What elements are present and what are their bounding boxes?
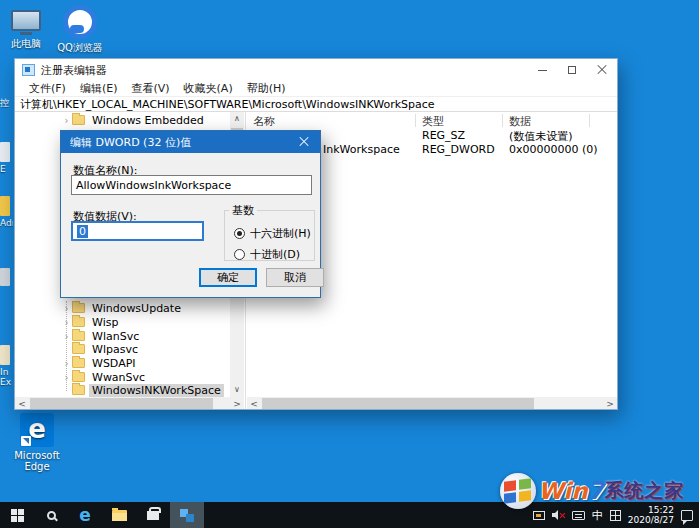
taskbar-store-button[interactable]: [136, 502, 170, 528]
partial-desktop-icon[interactable]: In Ex: [0, 345, 13, 387]
radio-hexadecimal[interactable]: 十六进制(H): [234, 226, 311, 241]
value-type: REG_SZ: [422, 129, 465, 142]
value-data-text: 0: [77, 225, 88, 238]
windows-flag-logo: [500, 473, 536, 509]
scroll-right-icon[interactable]: >: [230, 397, 244, 409]
value-data: 0x00000000 (0): [509, 143, 598, 156]
column-separator[interactable]: [589, 114, 590, 127]
menu-help[interactable]: 帮助(H): [240, 81, 293, 96]
partial-icon: [0, 268, 10, 286]
tray-volume-muted-icon[interactable]: [552, 510, 565, 520]
partial-desktop-icon[interactable]: 控: [0, 98, 13, 108]
tree-item-wisp[interactable]: › Wisp: [61, 315, 121, 329]
address-bar[interactable]: 计算机\HKEY_LOCAL_MACHINE\SOFTWARE\Microsof…: [15, 96, 617, 112]
tree-item-windowsinkworkspace[interactable]: WindowsINKWorkSpace: [61, 383, 224, 397]
partial-desktop-icon[interactable]: [0, 268, 13, 288]
speaker-icon: [552, 513, 555, 517]
value-name: InkWorkspace: [323, 143, 400, 156]
minimize-button[interactable]: [527, 59, 557, 81]
value-data-input[interactable]: 0: [71, 221, 204, 241]
tree-item-label: Wisp: [89, 316, 121, 329]
cancel-button[interactable]: 取消: [266, 268, 324, 287]
dialog-title-bar[interactable]: 编辑 DWORD (32 位)值: [61, 131, 320, 153]
chevron-right-icon[interactable]: ›: [61, 317, 72, 328]
desktop-icon-edge[interactable]: e Microsoft Edge: [6, 413, 68, 472]
column-header-type[interactable]: 类型: [422, 114, 444, 129]
scroll-up-icon[interactable]: ∧: [230, 112, 244, 126]
list-horizontal-scrollbar[interactable]: < >: [247, 397, 617, 409]
folder-icon: [112, 510, 127, 521]
win7-home-watermark: Win 7 系统之家: [500, 471, 684, 511]
column-header-data[interactable]: 数据: [509, 114, 531, 129]
shortcut-arrow-icon: [21, 436, 31, 446]
chevron-right-icon[interactable]: ›: [61, 372, 72, 383]
scrollbar-thumb[interactable]: [30, 398, 213, 409]
tray-display-icon[interactable]: [533, 511, 545, 520]
desktop-icon-this-pc[interactable]: 此电脑: [2, 10, 50, 49]
close-button[interactable]: [587, 59, 617, 81]
search-icon: [47, 511, 56, 520]
scroll-left-icon[interactable]: <: [247, 397, 261, 409]
tree-item-windows-embedded[interactable]: › Windows Embedded: [61, 113, 207, 127]
scroll-left-icon[interactable]: <: [15, 397, 29, 409]
tree-item-wwansvc[interactable]: › WwanSvc: [61, 370, 148, 384]
edge-icon: e: [79, 507, 91, 524]
tray-keyboard-icon[interactable]: [572, 511, 585, 520]
value-name-text: AllowWindowsInkWorkspace: [76, 179, 231, 192]
ok-button[interactable]: 确定: [199, 268, 257, 287]
column-header-name[interactable]: 名称: [253, 114, 275, 129]
menu-edit[interactable]: 编辑(E): [73, 81, 125, 96]
folder-icon: [72, 385, 85, 395]
partial-desktop-icon[interactable]: Adm: [0, 196, 13, 228]
tree-item-label: WSDAPI: [89, 357, 139, 370]
scroll-down-icon[interactable]: ∨: [230, 383, 244, 397]
watermark-win-text: Win: [538, 478, 588, 504]
edge-label: Microsoft Edge: [6, 450, 68, 472]
column-separator[interactable]: [415, 114, 416, 127]
tree-item-wlansvc[interactable]: › WlanSvc: [61, 329, 142, 343]
menu-favorites[interactable]: 收藏夹(A): [177, 81, 240, 96]
title-bar[interactable]: 注册表编辑器: [15, 59, 617, 81]
watermark-site-text: 系统之家: [604, 478, 684, 504]
tree-horizontal-scrollbar[interactable]: < >: [15, 397, 244, 409]
taskbar-edge-button[interactable]: e: [68, 502, 102, 528]
partial-desktop-icon[interactable]: E: [0, 142, 13, 174]
windows-logo-icon: [11, 509, 24, 522]
menu-view[interactable]: 查看(V): [124, 81, 176, 96]
close-icon: [299, 137, 309, 147]
folder-icon: [72, 344, 85, 354]
column-separator[interactable]: [502, 114, 503, 127]
desktop-icon-qq-browser[interactable]: QQ浏览器: [54, 5, 106, 53]
radio-dec-label: 十进制(D): [250, 247, 300, 262]
maximize-button[interactable]: [557, 59, 587, 81]
chevron-right-icon[interactable]: ›: [61, 115, 72, 126]
close-icon: [597, 65, 607, 75]
chevron-right-icon[interactable]: ›: [61, 358, 72, 369]
tree-item-label: WindowsINKWorkSpace: [89, 384, 224, 397]
menu-file[interactable]: 文件(F): [22, 81, 73, 96]
qq-browser-icon: [63, 5, 97, 39]
folder-icon: [72, 303, 85, 313]
start-button[interactable]: [0, 502, 34, 528]
taskbar-search-button[interactable]: [34, 502, 68, 528]
action-center-icon[interactable]: [681, 510, 693, 521]
partial-icon-label: In Ex: [0, 367, 13, 387]
qq-browser-label: QQ浏览器: [54, 42, 106, 53]
value-name-field[interactable]: AllowWindowsInkWorkspace: [71, 175, 312, 195]
scrollbar-thumb[interactable]: [262, 398, 534, 409]
taskbar-regedit-button[interactable]: [170, 502, 204, 528]
tree-item-wlpasvc[interactable]: Wlpasvc: [61, 342, 141, 356]
tree-item-label: WwanSvc: [89, 371, 148, 384]
tree-item-wsdapi[interactable]: › WSDAPI: [61, 356, 139, 370]
dialog-close-button[interactable]: [288, 131, 320, 153]
chevron-right-icon[interactable]: ›: [61, 331, 72, 342]
chevron-right-icon[interactable]: ›: [61, 303, 72, 314]
taskbar-explorer-button[interactable]: [102, 502, 136, 528]
radio-unselected-icon: [234, 249, 245, 260]
ime-mode-icon[interactable]: [610, 510, 621, 521]
radio-decimal[interactable]: 十进制(D): [234, 247, 300, 262]
radio-hex-label: 十六进制(H): [250, 226, 311, 241]
tree-item-windowsupdate[interactable]: › WindowsUpdate: [61, 301, 184, 315]
scroll-right-icon[interactable]: >: [603, 397, 617, 409]
dialog-title: 编辑 DWORD (32 位)值: [70, 135, 191, 150]
